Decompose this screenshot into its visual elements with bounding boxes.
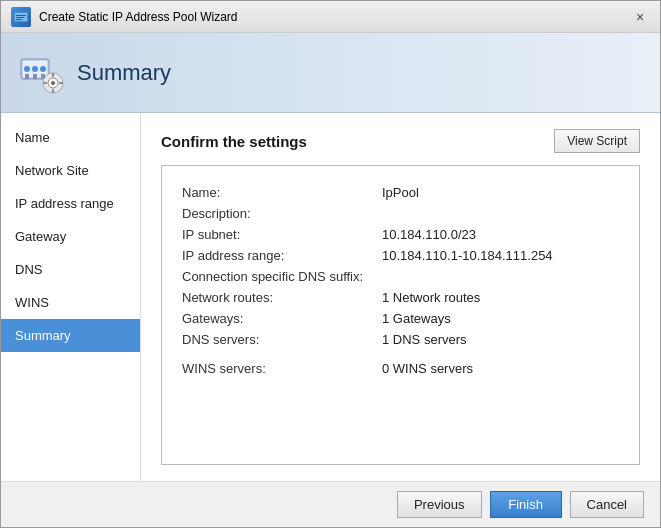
setting-label-gateways: Gateways: [182,311,382,326]
setting-value-wins: 0 WINS servers [382,361,473,376]
svg-rect-2 [16,15,26,16]
setting-label-dns-suffix: Connection specific DNS suffix: [182,269,382,284]
header-title: Summary [77,60,171,86]
cancel-button[interactable]: Cancel [570,491,644,518]
sidebar-item-wins[interactable]: WINS [1,286,140,319]
svg-rect-16 [52,73,54,77]
svg-point-9 [40,66,46,72]
footer: Previous Finish Cancel [1,481,660,527]
setting-row-network-routes: Network routes: 1 Network routes [182,287,619,308]
setting-label-description: Description: [182,206,382,221]
setting-label-network-routes: Network routes: [182,290,382,305]
sidebar: Name Network Site IP address range Gatew… [1,113,141,481]
setting-value-ip-subnet: 10.184.110.0/23 [382,227,476,242]
confirm-header: Confirm the settings View Script [161,129,640,153]
svg-point-7 [24,66,30,72]
svg-rect-11 [33,74,37,79]
confirm-title: Confirm the settings [161,133,307,150]
setting-label-ip-subnet: IP subnet: [182,227,382,242]
svg-point-8 [32,66,38,72]
settings-box: Name: IpPool Description: IP subnet: 10.… [161,165,640,465]
svg-rect-17 [52,89,54,93]
setting-row-dns-suffix: Connection specific DNS suffix: [182,266,619,287]
setting-value-dns-servers: 1 DNS servers [382,332,467,347]
wizard-icon [11,7,31,27]
setting-row-ip-range: IP address range: 10.184.110.1-10.184.11… [182,245,619,266]
finish-button[interactable]: Finish [490,491,562,518]
sidebar-item-name[interactable]: Name [1,121,140,154]
close-button[interactable]: × [630,7,650,27]
header-icon [17,49,65,97]
svg-rect-18 [43,82,47,84]
content-area: Name Network Site IP address range Gatew… [1,113,660,481]
sidebar-item-ip-address-range[interactable]: IP address range [1,187,140,220]
setting-value-ip-range: 10.184.110.1-10.184.111.254 [382,248,553,263]
title-bar: Create Static IP Address Pool Wizard × [1,1,660,33]
title-bar-text: Create Static IP Address Pool Wizard [39,10,238,24]
view-script-button[interactable]: View Script [554,129,640,153]
main-content: Confirm the settings View Script Name: I… [141,113,660,481]
svg-point-15 [51,81,55,85]
svg-rect-4 [16,19,22,20]
svg-rect-19 [59,82,63,84]
sidebar-item-network-site[interactable]: Network Site [1,154,140,187]
setting-row-wins: WINS servers: 0 WINS servers [182,358,619,379]
svg-rect-10 [25,74,29,79]
sidebar-item-gateway[interactable]: Gateway [1,220,140,253]
setting-row-gateways: Gateways: 1 Gateways [182,308,619,329]
setting-row-ip-subnet: IP subnet: 10.184.110.0/23 [182,224,619,245]
setting-label-wins: WINS servers: [182,361,382,376]
setting-row-name: Name: IpPool [182,182,619,203]
setting-row-description: Description: [182,203,619,224]
setting-value-gateways: 1 Gateways [382,311,451,326]
previous-button[interactable]: Previous [397,491,482,518]
sidebar-item-dns[interactable]: DNS [1,253,140,286]
setting-row-dns-servers: DNS servers: 1 DNS servers [182,329,619,350]
header-section: Summary [1,33,660,113]
wizard-window: Create Static IP Address Pool Wizard × [0,0,661,528]
svg-rect-3 [16,17,24,18]
setting-value-name: IpPool [382,185,419,200]
setting-label-dns-servers: DNS servers: [182,332,382,347]
title-bar-left: Create Static IP Address Pool Wizard [11,7,238,27]
setting-value-network-routes: 1 Network routes [382,290,480,305]
setting-label-ip-range: IP address range: [182,248,382,263]
sidebar-item-summary[interactable]: Summary [1,319,140,352]
setting-label-name: Name: [182,185,382,200]
